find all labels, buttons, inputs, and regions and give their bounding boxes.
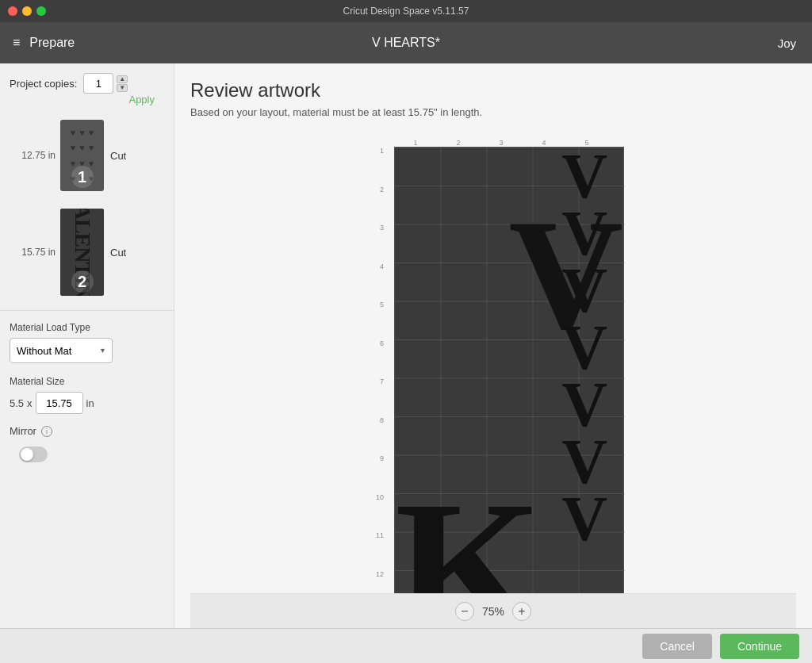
material-load-label: Material Load Type	[10, 322, 164, 333]
mat2-size-label: 15.75 in	[10, 247, 56, 258]
grid-canvas: VALENTINE V V V V V V V V	[394, 147, 624, 628]
design-overlay: VALENTINE V V V V V V V V	[395, 148, 623, 628]
ruler-v-3: 3	[370, 224, 386, 263]
mat1-badge: 1	[71, 166, 94, 188]
canvas-container: 1 2 3 4 5 1 2 3 4 5 6 7 8	[190, 131, 796, 628]
copies-increment[interactable]: ▲	[117, 75, 128, 83]
ruler-v-6: 6	[370, 339, 386, 378]
titlebar-title: Cricut Design Space v5.11.57	[343, 6, 469, 17]
ruler-v-9: 9	[370, 454, 386, 493]
material-unit-text: in	[86, 397, 94, 409]
mirror-toggle[interactable]	[19, 446, 48, 462]
mat-item-2: 15.75 in VALENTINE 2 Cut	[0, 202, 174, 302]
toggle-track	[19, 446, 48, 462]
review-subtitle: Based on your layout, material must be a…	[190, 106, 796, 118]
copies-input-wrap: ▲ ▼	[83, 73, 128, 94]
footer: Cancel Continue	[0, 628, 812, 663]
apply-button[interactable]: Apply	[128, 94, 164, 109]
mat2-cut-label: Cut	[110, 247, 126, 259]
ruler-horizontal: 1 2 3 4 5	[378, 131, 608, 147]
app-header: ≡ Prepare V HEARTS* Joy	[0, 22, 812, 63]
ruler-vertical: 1 2 3 4 5 6 7 8 9 10 11 12 13	[370, 147, 386, 628]
user-label: Joy	[778, 36, 796, 50]
toggle-row	[0, 440, 174, 469]
mirror-row: Mirror i	[0, 419, 174, 440]
project-copies-label: Project copies:	[10, 78, 77, 90]
zoom-level: 75%	[482, 605, 504, 618]
fullscreen-button[interactable]	[36, 6, 46, 16]
material-size-row: 5.5 x in	[10, 392, 164, 414]
review-title: Review artwork	[190, 79, 796, 102]
ruler-h-1: 1	[394, 139, 437, 147]
ruler-v-5: 5	[370, 301, 386, 339]
prepare-label: Prepare	[29, 36, 75, 50]
sidebar-separator	[0, 310, 174, 311]
material-size-label: Material Size	[10, 376, 164, 387]
material-width-text: 5.5	[10, 397, 24, 409]
mirror-label: Mirror	[10, 425, 36, 437]
design-text: VALENTINE	[395, 148, 399, 486]
copies-spinners: ▲ ▼	[117, 75, 128, 92]
project-copies-row: Project copies: ▲ ▼	[0, 63, 174, 94]
continue-button[interactable]: Continue	[720, 634, 799, 659]
minimize-button[interactable]	[22, 6, 32, 16]
ruler-v-4: 4	[370, 263, 386, 301]
content-area: Review artwork Based on your layout, mat…	[174, 63, 812, 628]
mat1-size-label: 12.75 in	[10, 150, 56, 161]
canvas-with-ruler: 1 2 3 4 5 6 7 8 9 10 11 12 13	[370, 147, 616, 628]
copies-decrement[interactable]: ▼	[117, 84, 128, 92]
ruler-v-2: 2	[370, 186, 386, 224]
titlebar: Cricut Design Space v5.11.57	[0, 0, 812, 22]
main-layout: Project copies: ▲ ▼ Apply 12.75 in ♥♥♥	[0, 63, 812, 628]
cancel-button[interactable]: Cancel	[642, 634, 712, 659]
copies-input[interactable]	[83, 73, 113, 94]
design-v-stack: V V V V V V V	[561, 148, 607, 547]
sidebar: Project copies: ▲ ▼ Apply 12.75 in ♥♥♥	[0, 63, 174, 628]
toggle-thumb	[21, 448, 33, 461]
apply-row: Apply	[0, 94, 174, 113]
material-load-select[interactable]: Without Mat With Mat	[10, 338, 113, 363]
material-height-input[interactable]	[36, 392, 83, 414]
material-load-select-wrapper: Without Mat With Mat	[10, 338, 113, 363]
ruler-v-10: 10	[370, 493, 386, 532]
ruler-v-1: 1	[370, 147, 386, 186]
mat1-cut-label: Cut	[110, 150, 126, 162]
mirror-info-icon[interactable]: i	[41, 426, 52, 437]
close-button[interactable]	[8, 6, 17, 16]
zoom-bar: − 75% +	[190, 593, 796, 628]
ruler-h-3: 3	[480, 139, 523, 147]
ruler-v-7: 7	[370, 377, 386, 416]
material-x-text: x	[27, 397, 33, 409]
zoom-in-button[interactable]: +	[512, 602, 531, 621]
traffic-lights	[8, 6, 46, 16]
ruler-h-4: 4	[523, 139, 565, 147]
material-load-section: Material Load Type Without Mat With Mat	[0, 314, 174, 368]
mat1-thumbnail: ♥♥♥ ♥♥♥ ♥♥♥ ♥♥♥ 1	[60, 120, 104, 191]
menu-icon[interactable]: ≡	[13, 36, 20, 50]
ruler-h-5: 5	[565, 139, 608, 147]
ruler-h-2: 2	[437, 139, 480, 147]
project-title: V HEARTS*	[372, 36, 440, 50]
mat2-badge: 2	[71, 270, 94, 293]
mat2-thumbnail: VALENTINE 2	[60, 209, 104, 296]
mat-item-1: 12.75 in ♥♥♥ ♥♥♥ ♥♥♥ ♥♥♥	[0, 113, 174, 197]
ruler-v-8: 8	[370, 416, 386, 455]
ruler-v-11: 11	[370, 531, 386, 570]
material-size-section: Material Size 5.5 x in	[0, 368, 174, 419]
zoom-out-button[interactable]: −	[455, 602, 474, 621]
